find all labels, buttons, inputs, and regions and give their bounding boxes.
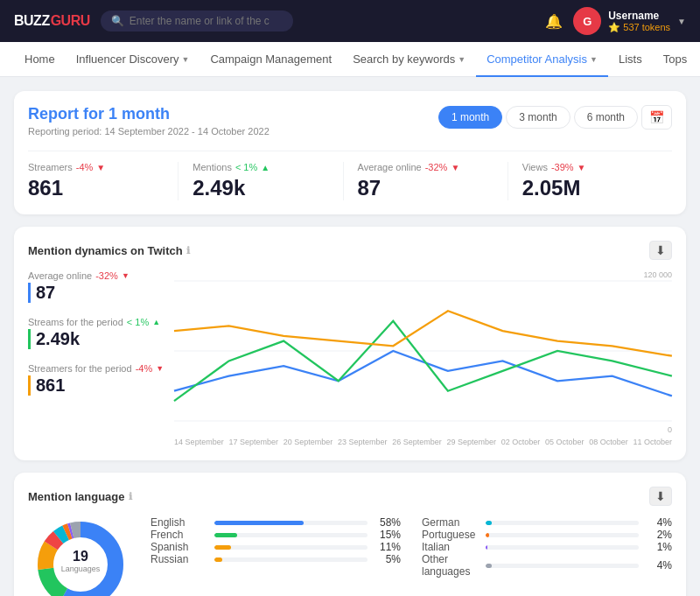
lang-download-button[interactable]: ⬇ [649,487,672,506]
nav-item-influencer[interactable]: Influencer Discovery ▼ [66,42,200,77]
language-card: Mention language ℹ ⬇ [14,473,686,596]
lang-row-other: Other languages 4% [422,553,672,578]
lang-pct-french: 15% [374,529,401,541]
donut-svg: 19 Languages [32,516,129,596]
chart-title-text: Mention dynamics on Twitch [28,244,183,257]
lang-pct-russian: 5% [374,553,401,565]
legend-streams-value: 2.49k [28,329,164,349]
stat-mentions-change: < 1% [235,162,257,172]
svg-text:Languages: Languages [61,564,101,573]
stat-views-arrow: ▼ [578,163,586,172]
avatar: G [573,7,601,35]
stat-streamers-arrow: ▼ [96,163,105,172]
mention-chart-card: Mention dynamics on Twitch ℹ ⬇ Average o… [14,227,686,460]
lang-row-spanish: Spanish 11% [150,541,401,553]
lang-title-text: Mention language [28,490,125,503]
lang-name-spanish: Spanish [150,541,207,553]
chevron-down-icon: ▼ [181,55,189,64]
lang-row-italian: Italian 1% [422,541,672,553]
lang-row-portuguese: Portuguese 2% [422,529,672,541]
lang-bar-portuguese [486,533,639,537]
period-buttons: 1 month 3 month 6 month 📅 [438,105,672,130]
date-label-8: 08 October [589,438,628,446]
y-min-label: 0 [174,425,672,434]
nav-item-competitor[interactable]: Competitor Analysis ▼ [476,42,608,77]
search-bar[interactable]: 🔍 [101,11,293,32]
stat-views-label: Views [522,162,548,172]
stats-row: Streamers -4% ▼ 861 Mentions < 1% ▲ 2.49… [28,151,672,200]
lang-row-french: French 15% [150,529,401,541]
legend-streamers-change: -4% [136,363,153,374]
date-label-9: 11 October [633,438,672,446]
date-labels: 14 September 17 September 20 September 2… [174,434,672,446]
lang-bar-russian [214,557,368,562]
y-max-label: 120 000 [174,270,672,279]
report-title-section: Report for 1 month Reporting period: 14 … [28,105,270,137]
chevron-down-icon: ▼ [590,55,598,64]
lang-name-portuguese: Portuguese [422,529,479,541]
report-title: Report for 1 month [28,105,270,123]
logo-guru: GURU [51,13,90,29]
lang-pct-italian: 1% [646,541,672,553]
chart-legend: Average online -32% ▼ 87 Streams for the… [28,270,164,446]
svg-text:19: 19 [73,549,88,564]
date-label-5: 29 September [446,438,496,446]
user-tokens: ⭐ 537 tokens [608,22,670,33]
stat-mentions-arrow: ▲ [261,163,270,172]
bell-icon[interactable]: 🔔 [545,13,563,30]
lang-bar-english [214,521,368,525]
info-icon: ℹ [129,491,132,502]
date-label-2: 20 September [284,438,333,446]
lang-pct-german: 4% [646,516,672,529]
download-button[interactable]: ⬇ [649,241,672,260]
report-header: Report for 1 month Reporting period: 14 … [28,105,672,137]
stat-avgonline-label: Average online [358,162,422,172]
stat-avgonline: Average online -32% ▼ 87 [344,162,508,200]
stat-streamers: Streamers -4% ▼ 861 [28,162,178,200]
lang-bar-spanish [214,545,368,550]
nav-item-tops[interactable]: Tops [653,42,697,77]
stat-avgonline-change: -32% [425,162,448,172]
chart-svg: 120 000 0 14 September 17 September [174,270,672,446]
lang-row-russian: Russian 5% [150,553,401,565]
nav-item-home[interactable]: Home [14,42,66,77]
lang-col-left: English 58% French 15% Spa [150,516,401,578]
date-label-0: 14 September [174,438,224,446]
chevron-down-icon: ▼ [458,55,466,64]
search-icon: 🔍 [111,15,124,27]
chart-header: Mention dynamics on Twitch ℹ ⬇ [28,241,672,260]
date-label-4: 26 September [392,438,442,446]
user-info: Username ⭐ 537 tokens [608,10,670,33]
search-input[interactable] [130,15,270,27]
stat-avgonline-arrow: ▼ [451,163,459,172]
info-icon: ℹ [186,245,190,256]
lang-name-other: Other languages [422,553,479,578]
period-1month-button[interactable]: 1 month [438,106,502,129]
stat-mentions: Mentions < 1% ▲ 2.49k [178,162,343,200]
lang-name-german: German [422,516,479,529]
legend-avgonline: Average online -32% ▼ 87 [28,270,164,303]
legend-streamers-label: Streamers for the period [28,363,132,374]
chevron-down-icon[interactable]: ▼ [677,17,686,26]
stat-mentions-value: 2.49k [192,176,328,200]
lang-row-german: German 4% [422,516,672,529]
nav-item-lists[interactable]: Lists [608,42,653,77]
stat-streamers-change: -4% [76,162,94,172]
nav-item-keywords[interactable]: Search by keywords ▼ [342,42,476,77]
lang-name-english: English [150,516,207,529]
chart-layout: Average online -32% ▼ 87 Streams for the… [28,270,672,446]
logo-buzz: BUZZ [14,13,50,29]
stat-streamers-label: Streamers [28,162,73,172]
period-6month-button[interactable]: 6 month [574,106,638,129]
legend-streams: Streams for the period < 1% ▲ 2.49k [28,317,164,349]
nav-item-campaign[interactable]: Campaign Management [200,42,342,77]
date-label-6: 02 October [501,438,541,446]
report-period: Reporting period: 14 September 2022 - 14… [28,126,270,137]
calendar-button[interactable]: 📅 [641,105,672,130]
user-section: G Username ⭐ 537 tokens ▼ [573,7,686,35]
lang-pct-spanish: 11% [374,541,401,553]
lang-name-italian: Italian [422,541,479,553]
legend-avgonline-value: 87 [28,283,164,303]
legend-streams-arrow: ▲ [152,318,160,326]
period-3month-button[interactable]: 3 month [506,106,570,129]
